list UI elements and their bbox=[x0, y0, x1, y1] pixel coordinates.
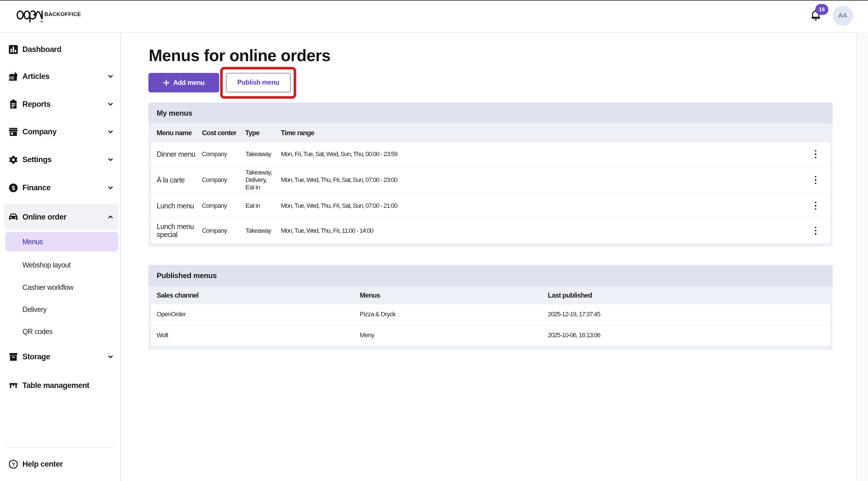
svg-text:?: ? bbox=[12, 461, 15, 467]
svg-text:TM: TM bbox=[40, 20, 43, 23]
svg-text:$: $ bbox=[12, 185, 15, 191]
